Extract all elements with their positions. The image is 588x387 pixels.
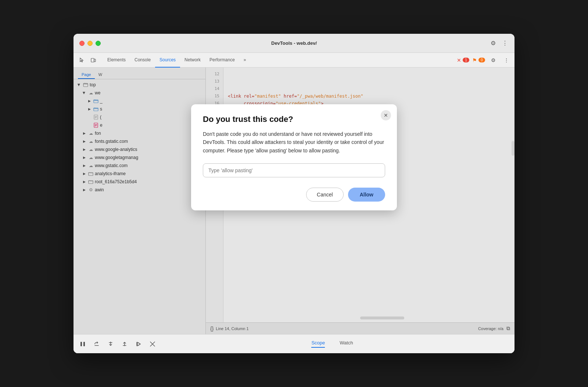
tab-console[interactable]: Console [130, 53, 155, 68]
modal-overlay: ✕ Do you trust this code? Don't paste co… [74, 68, 514, 334]
bottom-tabs: Scope Watch [156, 340, 509, 348]
modal-title: Do you trust this code? [203, 115, 385, 124]
allow-pasting-input[interactable] [203, 163, 385, 177]
pause-icon[interactable] [79, 341, 86, 347]
allow-button[interactable]: Allow [348, 188, 385, 202]
step-over-icon[interactable] [93, 341, 100, 347]
devtools-body: Elements Console Sources Network Perform… [74, 53, 514, 353]
warning-badge: 0 [478, 58, 485, 62]
devtools-more-icon[interactable]: ⋮ [501, 55, 512, 65]
settings-icon[interactable]: ⚙ [490, 40, 497, 47]
cancel-button[interactable]: Cancel [306, 188, 344, 202]
svg-rect-0 [91, 58, 94, 62]
tab-performance[interactable]: Performance [205, 53, 239, 68]
tab-icons [76, 55, 98, 65]
modal-close-button[interactable]: ✕ [381, 110, 391, 120]
continue-icon[interactable] [135, 341, 142, 347]
step-into-icon[interactable] [107, 341, 114, 347]
traffic-lights [79, 41, 101, 46]
svg-rect-1 [94, 59, 96, 62]
more-icon[interactable]: ⋮ [501, 40, 509, 47]
trust-dialog: ✕ Do you trust this code? Don't paste co… [191, 104, 397, 210]
window-title: DevTools - web.dev/ [271, 40, 317, 46]
error-badge-group: ✕ 1 [457, 57, 469, 63]
settings-gear-icon[interactable]: ⚙ [488, 55, 498, 65]
tab-sources[interactable]: Sources [155, 53, 180, 68]
bottom-icons [79, 341, 156, 347]
devtools-main: Page W ▶ top [74, 68, 514, 334]
devtools-tabs: Elements Console Sources Network Perform… [74, 53, 514, 68]
devtools-bottom-bar: Scope Watch [74, 334, 514, 353]
bottom-tab-watch[interactable]: Watch [340, 340, 353, 348]
tab-more[interactable]: » [239, 53, 251, 68]
step-out-icon[interactable] [121, 341, 128, 347]
device-icon[interactable] [88, 55, 98, 65]
tab-right-actions: ✕ 1 ⚑ 0 ⚙ ⋮ [457, 55, 512, 65]
minimize-button[interactable] [87, 41, 93, 46]
svg-rect-10 [83, 342, 85, 346]
modal-body: Don't paste code you do not understand o… [203, 130, 385, 155]
devtools-window: DevTools - web.dev/ ⚙ ⋮ [74, 34, 514, 353]
tab-network[interactable]: Network [180, 53, 205, 68]
bottom-tab-scope[interactable]: Scope [311, 340, 325, 348]
modal-actions: Cancel Allow [203, 188, 385, 202]
tab-elements[interactable]: Elements [103, 53, 130, 68]
title-bar-actions: ⚙ ⋮ [490, 40, 509, 47]
cursor-icon[interactable] [76, 55, 87, 65]
title-bar: DevTools - web.dev/ ⚙ ⋮ [74, 34, 514, 53]
warning-badge-group: ⚑ 0 [472, 57, 485, 63]
error-badge: 1 [463, 58, 469, 62]
svg-rect-9 [80, 342, 82, 346]
close-button[interactable] [79, 41, 85, 46]
maximize-button[interactable] [96, 41, 101, 46]
deactivate-icon[interactable] [149, 341, 156, 347]
